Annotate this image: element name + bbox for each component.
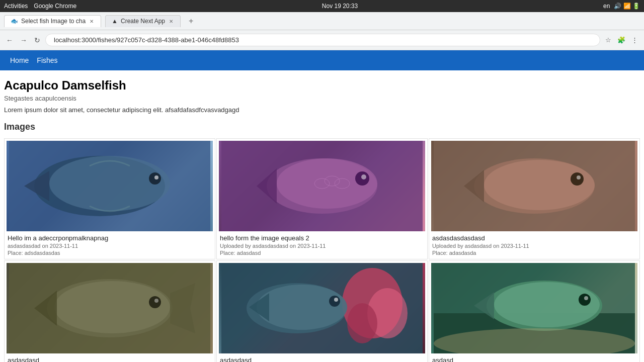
- system-icons: 🔊 📶 🔋: [614, 3, 640, 10]
- system-bar: Activities Google Chrome Nov 19 20:33 en…: [0, 0, 644, 12]
- bookmark-button[interactable]: ☆: [603, 34, 613, 46]
- lang-indicator: en: [603, 3, 610, 10]
- tab-favicon-1: 🐟: [11, 18, 18, 25]
- fish-image-6: [431, 263, 637, 353]
- svg-point-21: [149, 296, 161, 308]
- fish-image-5: [219, 263, 425, 353]
- image-meta-2: Uploaded by asdasdasdasd on 2023-11-11: [220, 243, 424, 249]
- fish-title: Acapulco Damselfish: [4, 78, 640, 93]
- image-place-2: Place: adasdasd: [220, 250, 424, 256]
- new-tab-button[interactable]: +: [185, 16, 197, 27]
- nav-fishes[interactable]: Fishes: [37, 56, 57, 64]
- svg-point-16: [571, 172, 584, 186]
- svg-point-28: [257, 285, 347, 330]
- fish-image-2: [219, 141, 425, 231]
- tab-close-2[interactable]: ✕: [168, 18, 174, 25]
- fish-image-4: [7, 263, 213, 353]
- svg-point-9: [361, 174, 366, 179]
- image-title-3: asdasdasdasdasd: [432, 234, 636, 242]
- fish-image-3: [431, 141, 637, 231]
- image-grid: Hello im a adeccrponpmalknapnag asdasdas…: [4, 138, 640, 362]
- browser-tabs-bar: 🐟 Select fish Image to cha ✕ ▲ Create Ne…: [0, 12, 644, 30]
- image-title-2: hello form the image equeals 2: [220, 234, 424, 242]
- image-title-4: asdasdasd: [8, 356, 212, 362]
- browser-nav-bar: ← → ↻ localhost:3000/fishes/927c057c-d32…: [0, 30, 644, 50]
- reload-button[interactable]: ↻: [32, 34, 42, 46]
- image-card-5[interactable]: asdasdasd Uploaded by asdsadas on 2023-1…: [216, 260, 428, 362]
- menu-button[interactable]: ⋮: [629, 34, 640, 46]
- svg-point-29: [329, 296, 340, 307]
- tab-label-1: Select fish Image to cha: [21, 18, 86, 25]
- url-text: localhost:3000/fishes/927c057c-d328-4388…: [54, 36, 239, 44]
- image-meta-3: Uploaded by asdasdasd on 2023-11-11: [432, 243, 636, 249]
- image-title-1: Hello im a adeccrponpmalknapnag: [8, 234, 212, 242]
- image-meta-1: asdasdasdad on 2023-11-11: [8, 243, 212, 249]
- nav-home[interactable]: Home: [10, 56, 29, 64]
- image-place-3: Place: adasdasda: [432, 250, 636, 256]
- address-bar[interactable]: localhost:3000/fishes/927c057c-d328-4388…: [45, 34, 600, 46]
- images-heading: Images: [4, 122, 640, 132]
- image-place-1: Place: adsdasdasdas: [8, 250, 212, 256]
- image-title-6: asdasd: [432, 356, 636, 362]
- fish-description: Lorem ipsum dolor sit amet, consectetur …: [4, 106, 640, 114]
- fish-image-1: [7, 141, 213, 231]
- main-content: Acapulco Damselfish Stegastes acapulcoen…: [0, 70, 644, 362]
- image-card-1[interactable]: Hello im a adeccrponpmalknapnag asdasdas…: [4, 138, 215, 259]
- tab-label-2: Create Next App: [121, 18, 165, 25]
- extensions-button[interactable]: 🧩: [615, 34, 627, 46]
- tab-close-1[interactable]: ✕: [89, 18, 95, 25]
- forward-button[interactable]: →: [18, 34, 29, 46]
- svg-point-35: [579, 294, 591, 306]
- tab-favicon-2: ▲: [112, 18, 118, 25]
- image-card-6[interactable]: asdasd Uploaded by asdasdasdasdasd on 20…: [429, 260, 640, 362]
- svg-point-22: [154, 299, 158, 303]
- image-card-2[interactable]: hello form the image equeals 2 Uploaded …: [216, 138, 428, 259]
- activities-label[interactable]: Activities: [4, 3, 28, 10]
- svg-point-27: [347, 303, 377, 343]
- image-card-3[interactable]: asdasdasdasdasd Uploaded by asdasdasd on…: [429, 138, 640, 259]
- page-content: Home Fishes Acapulco Damselfish Stegaste…: [0, 50, 644, 362]
- system-datetime: Nov 19 20:33: [322, 3, 358, 10]
- site-nav: Home Fishes: [0, 50, 644, 70]
- svg-point-17: [577, 175, 581, 179]
- fish-scientific-name: Stegastes acapulcoensis: [4, 95, 640, 102]
- image-card-4[interactable]: asdasdasd Uploaded by asdasdasdasd on 20…: [4, 260, 215, 362]
- svg-point-4: [154, 175, 158, 179]
- tab-inactive[interactable]: ▲ Create Next App ✕: [105, 15, 181, 27]
- svg-point-30: [334, 298, 338, 302]
- image-title-5: asdasdasd: [220, 356, 424, 362]
- back-button[interactable]: ←: [4, 34, 15, 46]
- tab-active[interactable]: 🐟 Select fish Image to cha ✕: [4, 15, 101, 27]
- browser-label: Google Chrome: [34, 3, 76, 10]
- svg-point-36: [584, 296, 588, 300]
